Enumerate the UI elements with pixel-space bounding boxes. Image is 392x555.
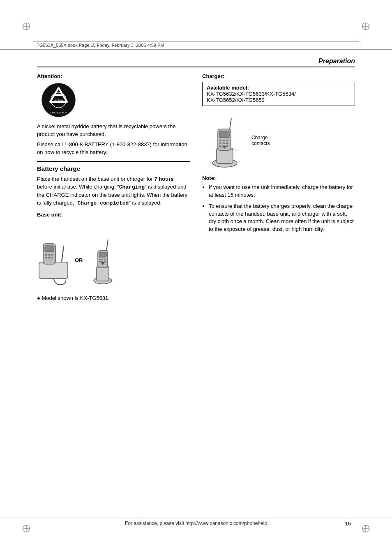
svg-rect-36 [223,143,225,144]
reg-mark-tl [23,23,30,30]
base-unit-illustration: OR [37,221,190,291]
file-info-bar: TG563X_565X.book Page 15 Friday, Februar… [33,41,359,49]
available-model-label: Available model: [207,85,249,91]
top-rule [0,49,392,50]
svg-text:NI-MH: NI-MH [55,99,63,102]
file-info-text: TG563X_565X.book Page 15 Friday, Februar… [37,43,164,48]
svg-rect-22 [104,259,106,260]
footer-text: For assistance, please visit http://www.… [125,520,267,526]
footer: For assistance, please visit http://www.… [0,518,392,526]
recycle-logo: NI-MH 1·800·822·8837 [41,83,190,119]
svg-rect-40 [226,145,228,147]
svg-rect-37 [226,143,228,144]
note-bullet-list: If you want to use the unit immediately,… [202,184,355,233]
svg-text:OR: OR [75,257,83,263]
charger-heading: Charger: [202,73,355,79]
svg-rect-25 [104,261,106,262]
svg-rect-23 [99,261,101,262]
left-column: Attention: [37,73,190,301]
note-bullet-2: To ensure that the battery charges prope… [202,203,355,233]
svg-line-26 [106,240,108,251]
svg-rect-33 [223,140,225,141]
svg-rect-5 [39,262,68,279]
svg-rect-11 [51,254,53,256]
battery-charge-heading: Battery charge [37,161,190,172]
reg-mark-tr [362,23,369,30]
charger-svg [202,112,247,169]
available-model-text: KX-TG5632/KX-TG5633/KX-TG5634/KX-TG5652/… [207,91,296,103]
svg-rect-31 [219,131,229,138]
battery-charge-body: Place the handset on the base unit or ch… [37,175,190,207]
recycle-body-1: A nickel metal hydride battery that is r… [37,123,190,138]
svg-rect-8 [45,246,54,252]
svg-rect-14 [51,257,53,258]
svg-rect-17 [97,266,109,281]
svg-rect-20 [99,259,101,260]
svg-rect-32 [219,140,221,141]
right-column: Charger: Available model: KX-TG5632/KX-T… [202,73,355,237]
svg-rect-10 [48,254,50,256]
note-heading: Note: [202,175,355,181]
svg-rect-21 [101,259,103,260]
svg-line-41 [230,118,231,129]
svg-rect-35 [219,143,221,144]
note-bullet-1: If you want to use the unit immediately,… [202,184,355,199]
base-unit-svg: OR [37,221,119,291]
attention-heading: Attention: [37,73,190,79]
svg-rect-34 [226,140,228,141]
note-section: Note: If you want to use the unit immedi… [202,175,355,233]
main-content: Preparation Attention: [37,58,355,497]
svg-rect-12 [45,257,47,258]
page-title: Preparation [37,58,355,67]
svg-text:1·800·822·8837: 1·800·822·8837 [50,111,67,114]
recycle-symbol-svg: NI-MH 1·800·822·8837 [41,83,76,117]
charge-contacts-label: Chargecontacts [251,135,270,146]
model-note: Model shown is KX-TG5631. [37,295,190,301]
svg-rect-19 [99,252,106,257]
charger-illustration: Chargecontacts [202,112,355,169]
two-col-layout: Attention: [37,73,355,301]
base-unit-heading: Base unit: [37,212,190,218]
svg-rect-24 [101,261,103,262]
svg-line-6 [62,246,64,262]
svg-rect-9 [45,254,47,256]
svg-rect-13 [48,257,50,258]
page: TG563X_565X.book Page 15 Friday, Februar… [0,0,392,555]
svg-rect-38 [219,145,221,147]
page-number: 15 [345,520,351,527]
recycle-body-2: Please call 1-800-8-BATTERY (1-800-822-8… [37,141,190,157]
available-model-box: Available model: KX-TG5632/KX-TG5633/KX-… [202,82,355,106]
